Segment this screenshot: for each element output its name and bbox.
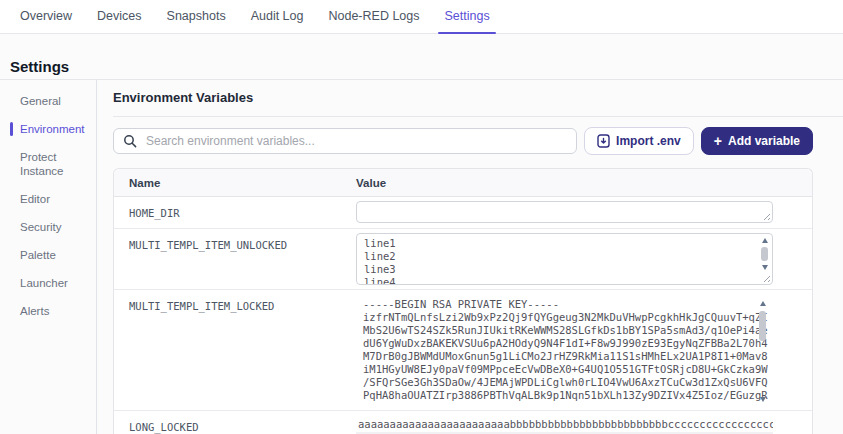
plus-icon: + [714, 134, 722, 148]
settings-sidebar: General Environment Protect Instance Edi… [0, 80, 97, 434]
table-header-row: Name Value [114, 169, 812, 197]
value-text: aaaaaaaaaaaaaaaaaaaaaaaabbbbbbbbbbbbbbbb… [356, 418, 773, 431]
sidebar-item-palette[interactable]: Palette [0, 248, 96, 262]
search-icon [123, 134, 137, 148]
search-box [113, 128, 577, 154]
sidebar-item-environment[interactable]: Environment [0, 122, 96, 136]
value-textarea[interactable] [356, 201, 773, 223]
scroll-down-arrow-icon[interactable] [760, 397, 766, 402]
variable-value-cell: line1 line2 line3 line4 [356, 229, 812, 289]
env-controls-row: Import .env + Add variable [113, 127, 813, 155]
variable-name: HOME_DIR [114, 197, 356, 228]
table-row: LONG_LOCKED aaaaaaaaaaaaaaaaaaaaaaaabbbb… [114, 411, 812, 434]
add-variable-label: Add variable [728, 134, 800, 148]
value-text [357, 202, 772, 222]
vertical-scrollbar[interactable] [757, 298, 769, 404]
variable-name: MULTI_TEMPL_ITEM_UNLOCKED [114, 229, 356, 289]
value-text: line1 line2 line3 line4 [357, 234, 772, 284]
variable-value-cell: aaaaaaaaaaaaaaaaaaaaaaaabbbbbbbbbbbbbbbb… [356, 411, 812, 434]
instance-tab-bar: Overview Devices Snapshots Audit Log Nod… [0, 0, 843, 34]
page-title: Settings [10, 58, 69, 75]
value-textarea[interactable]: line1 line2 line3 line4 [356, 233, 773, 285]
locked-value-block: -----BEGIN RSA PRIVATE KEY----- izfrNTmQ… [356, 298, 773, 404]
import-env-label: Import .env [616, 134, 681, 148]
env-variables-table: Name Value HOME_DIR MULTI_TEMPL_ITEM_UNL… [113, 168, 813, 434]
tab-overview[interactable]: Overview [20, 0, 72, 33]
table-row: MULTI_TEMPL_ITEM_LOCKED -----BEGIN RSA P… [114, 290, 812, 411]
tab-audit-log[interactable]: Audit Log [251, 0, 304, 33]
environment-settings-panel: Environment Variables Import .env + Add … [113, 80, 843, 434]
column-header-value: Value [356, 177, 812, 189]
table-row: MULTI_TEMPL_ITEM_UNLOCKED line1 line2 li… [114, 229, 812, 290]
column-header-name: Name [114, 177, 356, 189]
sidebar-item-security[interactable]: Security [0, 220, 96, 234]
import-env-button[interactable]: Import .env [584, 127, 694, 155]
scroll-down-arrow-icon[interactable] [762, 265, 768, 270]
add-variable-button[interactable]: + Add variable [701, 127, 813, 155]
value-text: -----BEGIN RSA PRIVATE KEY----- izfrNTmQ… [356, 298, 773, 402]
table-row: HOME_DIR [114, 197, 812, 229]
variable-value-cell [356, 197, 812, 228]
scroll-up-arrow-icon[interactable] [760, 301, 766, 306]
tab-settings[interactable]: Settings [444, 0, 489, 33]
sidebar-item-protect-instance[interactable]: Protect Instance [0, 150, 96, 178]
tab-node-red-logs[interactable]: Node-RED Logs [328, 0, 419, 33]
section-heading: Environment Variables [113, 80, 843, 117]
locked-value-block: aaaaaaaaaaaaaaaaaaaaaaaabbbbbbbbbbbbbbbb… [356, 418, 773, 431]
sidebar-item-launcher[interactable]: Launcher [0, 276, 96, 290]
tab-snapshots[interactable]: Snapshots [167, 0, 226, 33]
sidebar-item-alerts[interactable]: Alerts [0, 304, 96, 318]
sidebar-item-editor[interactable]: Editor [0, 192, 96, 206]
scroll-up-arrow-icon[interactable] [762, 238, 768, 243]
variable-name: LONG_LOCKED [114, 411, 356, 434]
tab-devices[interactable]: Devices [97, 0, 141, 33]
file-import-icon [597, 134, 610, 148]
search-input[interactable] [144, 133, 567, 149]
scrollbar-thumb[interactable] [761, 247, 768, 261]
variable-name: MULTI_TEMPL_ITEM_LOCKED [114, 290, 356, 410]
sidebar-item-general[interactable]: General [0, 94, 96, 108]
variable-value-cell: -----BEGIN RSA PRIVATE KEY----- izfrNTmQ… [356, 290, 812, 410]
scrollbar-thumb[interactable] [759, 311, 766, 341]
